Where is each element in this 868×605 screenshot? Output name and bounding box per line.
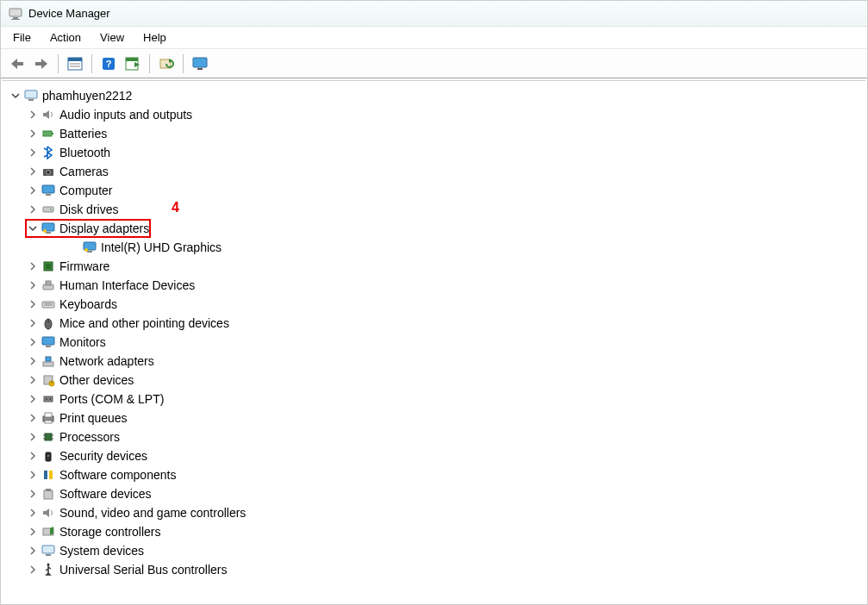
chevron-right-icon[interactable] xyxy=(27,488,39,500)
tree-category-row[interactable]: System devices xyxy=(4,541,864,560)
mouse-icon xyxy=(41,315,56,331)
chevron-right-icon[interactable] xyxy=(27,336,39,348)
svg-rect-48 xyxy=(44,396,53,402)
tree-category-row[interactable]: Keyboards xyxy=(4,295,864,314)
chevron-right-icon[interactable] xyxy=(27,317,39,329)
chevron-right-icon[interactable] xyxy=(27,374,39,386)
tree-category-row[interactable]: Software components xyxy=(4,465,864,484)
tree-category-row[interactable]: Cameras xyxy=(4,162,864,181)
menu-help[interactable]: Help xyxy=(134,28,175,47)
tree-category-row[interactable]: Sound, video and game controllers xyxy=(4,503,864,522)
show-hidden-icon xyxy=(67,57,83,71)
toolbar-monitor-button[interactable] xyxy=(189,53,211,75)
tree-category-row[interactable]: Human Interface Devices xyxy=(4,276,864,295)
tree-category-label: Software components xyxy=(59,465,176,484)
tree-category-row[interactable]: Disk drives xyxy=(4,200,864,219)
toolbar-forward-button[interactable] xyxy=(30,53,53,75)
chevron-right-icon[interactable] xyxy=(27,147,39,159)
chevron-right-icon[interactable] xyxy=(27,109,39,121)
svg-rect-14 xyxy=(193,58,207,67)
display-icon xyxy=(41,221,56,236)
tree-category-row[interactable]: Audio inputs and outputs xyxy=(4,105,864,124)
tree-category-row[interactable]: Security devices xyxy=(4,446,864,465)
toolbar-update-driver-button[interactable] xyxy=(155,53,178,75)
toolbar-help-button[interactable]: ? xyxy=(97,53,120,75)
monitor-icon xyxy=(41,334,56,350)
svg-rect-2 xyxy=(11,19,20,20)
svg-point-69 xyxy=(47,564,50,566)
toolbar-show-hidden-button[interactable] xyxy=(64,53,86,75)
svg-rect-1 xyxy=(13,17,18,19)
tree-category-row[interactable]: ?Other devices xyxy=(4,371,864,390)
tree-device-row[interactable]: Intel(R) UHD Graphics xyxy=(4,238,864,257)
chevron-right-icon[interactable] xyxy=(27,507,39,519)
chevron-down-icon[interactable] xyxy=(9,90,22,102)
tree-category-row[interactable]: Network adapters xyxy=(4,352,864,371)
tree-root-row[interactable]: phamhuyen2212 xyxy=(4,86,864,105)
speaker-icon xyxy=(41,107,56,122)
menu-action[interactable]: Action xyxy=(41,28,90,47)
toolbar-separator xyxy=(183,54,184,73)
tree-category-label: Software devices xyxy=(59,484,152,503)
battery-icon xyxy=(41,126,56,141)
scan-hardware-icon xyxy=(125,57,141,71)
toolbar-separator xyxy=(58,54,59,73)
chevron-right-icon[interactable] xyxy=(27,526,39,538)
chevron-down-icon[interactable] xyxy=(27,222,39,234)
monitor-icon xyxy=(192,57,208,71)
cpu-icon xyxy=(41,429,56,445)
svg-text:?: ? xyxy=(106,59,112,69)
tree-category-row[interactable]: Mice and other pointing devices xyxy=(4,314,864,333)
tree-category-row[interactable]: Processors xyxy=(4,427,864,446)
svg-rect-18 xyxy=(43,131,52,136)
chevron-right-icon[interactable] xyxy=(27,431,39,443)
other-icon: ? xyxy=(41,372,56,388)
chevron-right-icon[interactable] xyxy=(27,260,39,272)
chevron-right-icon[interactable] xyxy=(27,165,39,178)
tree-category-label: Keyboards xyxy=(59,295,117,314)
tree-category-row[interactable]: Display adapters xyxy=(4,219,864,238)
tree-category-row[interactable]: Firmware xyxy=(4,257,864,276)
toolbar-scan-button[interactable] xyxy=(122,53,144,75)
tree-category-label: Audio inputs and outputs xyxy=(59,105,192,124)
chevron-right-icon[interactable] xyxy=(27,298,39,310)
storage-icon xyxy=(41,524,56,540)
chevron-right-icon[interactable] xyxy=(27,450,39,462)
svg-rect-30 xyxy=(87,251,92,253)
chevron-right-icon[interactable] xyxy=(27,355,39,367)
chevron-right-icon[interactable] xyxy=(27,184,39,196)
tree-category-row[interactable]: Batteries xyxy=(4,124,864,143)
tree-category-row[interactable]: Print queues xyxy=(4,409,864,427)
chevron-right-icon[interactable] xyxy=(27,412,39,424)
tree-category-label: Sound, video and game controllers xyxy=(59,503,246,522)
tree-category-label: System devices xyxy=(59,541,144,560)
chevron-right-icon[interactable] xyxy=(27,393,39,405)
svg-rect-53 xyxy=(45,421,52,423)
system-icon xyxy=(41,543,56,558)
menu-view[interactable]: View xyxy=(91,28,133,47)
tree-category-row[interactable]: Storage controllers xyxy=(4,522,864,541)
svg-rect-17 xyxy=(28,99,34,101)
menu-file[interactable]: File xyxy=(4,28,40,47)
chevron-right-icon[interactable] xyxy=(27,203,39,215)
chevron-right-icon[interactable] xyxy=(27,469,39,481)
tree-category-row[interactable]: Ports (COM & LPT) xyxy=(4,390,864,409)
tree-category-label: Monitors xyxy=(59,333,106,352)
tree-category-row[interactable]: Monitors xyxy=(4,333,864,352)
toolbar-back-button[interactable] xyxy=(6,53,28,75)
svg-rect-52 xyxy=(45,413,52,417)
tree-category-label: Print queues xyxy=(59,409,128,427)
tree-category-row[interactable]: Software devices xyxy=(4,484,864,503)
chevron-right-icon[interactable] xyxy=(27,279,39,291)
tree-category-row[interactable]: Bluetooth xyxy=(4,143,864,162)
chevron-right-icon[interactable] xyxy=(27,128,39,140)
tree-category-label: Universal Serial Bus controllers xyxy=(59,560,228,579)
device-tree[interactable]: phamhuyen2212 Audio inputs and outputsBa… xyxy=(3,80,865,602)
tree-category-row[interactable]: Computer xyxy=(4,181,864,200)
chevron-right-icon[interactable] xyxy=(27,545,39,557)
tree-category-label: Security devices xyxy=(59,446,147,465)
update-driver-icon xyxy=(159,57,174,71)
chevron-right-icon[interactable] xyxy=(27,564,39,576)
keyboard-icon xyxy=(41,296,56,312)
tree-category-row[interactable]: Universal Serial Bus controllers xyxy=(4,560,864,579)
